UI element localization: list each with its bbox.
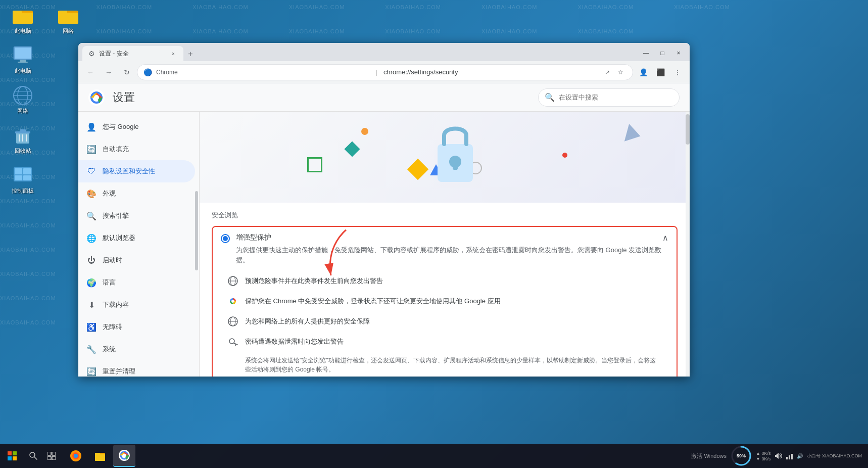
sidebar-downloads-label: 下载内容: [103, 300, 129, 309]
enhanced-protection-option[interactable]: 增强型保护 ∧ 为您提供更快速主动的保护措施，免受危险网站、下载内容或扩展程序的…: [212, 226, 678, 377]
computer-icon: [13, 45, 33, 65]
google-icon: [227, 295, 239, 307]
svg-rect-51: [52, 456, 56, 460]
taskbar-app-list: [65, 445, 135, 467]
network-icon: [13, 85, 33, 105]
taskbar-app-explorer[interactable]: [89, 445, 111, 467]
network-icon: [786, 452, 794, 460]
svg-rect-65: [791, 454, 793, 459]
taskbar-search-button[interactable]: [24, 444, 42, 468]
taskbar-app-firefox[interactable]: [65, 445, 87, 467]
feature-predict: 预测危险事件并在此类事件发生前向您发出警告: [225, 271, 668, 291]
sidebar-item-downloads[interactable]: ⬇ 下载内容: [78, 294, 195, 316]
upload-value: 0K/s: [761, 451, 770, 456]
sidebar-privacy-label: 隐私设置和安全性: [103, 167, 155, 176]
address-bar-actions: ↗ ☆: [601, 66, 626, 78]
desktop-icon-administrator[interactable]: 此电脑: [5, 5, 40, 35]
svg-rect-8: [20, 60, 26, 62]
toolbar-right-buttons: 👤 ⬛ ⋮: [635, 64, 686, 80]
browser-toolbar: ← → ↻ 🔵 Chrome | chrome://settings/secur…: [78, 61, 690, 83]
svg-rect-57: [95, 454, 105, 461]
sidebar-reset-label: 重置并清理: [103, 367, 135, 376]
svg-rect-24: [15, 175, 22, 180]
sidebar-accessibility-label: 无障碍: [103, 322, 122, 332]
start-button[interactable]: [0, 444, 24, 468]
sidebar-item-search[interactable]: 🔍 搜索引擎: [78, 205, 195, 227]
svg-line-47: [34, 457, 37, 459]
bookmark-button[interactable]: ☆: [614, 66, 626, 78]
settings-search-input[interactable]: [559, 93, 673, 101]
share-button[interactable]: ↗: [601, 66, 613, 78]
svg-rect-42: [8, 451, 12, 455]
profile-button[interactable]: 👤: [635, 64, 651, 80]
sidebar-item-language[interactable]: 🌍 语言: [78, 271, 195, 294]
decorative-orange-dot: [361, 128, 368, 135]
svg-rect-31: [453, 162, 458, 170]
close-button[interactable]: ×: [671, 47, 686, 59]
new-tab-button[interactable]: +: [183, 47, 198, 61]
desktop-icon-controlpanel[interactable]: 控制面板: [5, 165, 40, 195]
sidebar-item-privacy[interactable]: 🛡 隐私设置和安全性: [78, 160, 195, 182]
decorative-triangle2: [624, 124, 643, 145]
speaker-icon: [775, 452, 783, 460]
desktop-icon-area: 此电脑 网络: [5, 5, 86, 195]
extensions-button[interactable]: ⬛: [652, 64, 668, 80]
svg-point-28: [94, 95, 99, 100]
back-button[interactable]: ←: [82, 64, 99, 80]
window-controls: — □ ×: [639, 47, 686, 61]
task-view-button[interactable]: [42, 444, 61, 468]
feature-password-warn: 密码遭遇数据泄露时向您发出警告: [225, 332, 668, 352]
sidebar-default-browser-label: 默认浏览器: [103, 233, 135, 243]
desktop-icon-recycle[interactable]: 回收站: [5, 125, 40, 155]
expand-icon[interactable]: ∧: [662, 233, 668, 243]
sidebar-item-appearance[interactable]: 🎨 外观: [78, 182, 195, 205]
desktop-icon-newfolder[interactable]: 网络: [51, 5, 86, 35]
desktop-icon-network[interactable]: 网络: [5, 85, 40, 115]
settings-hero-image: [200, 112, 690, 203]
feature-google-protect: 保护您在 Chrome 中免受安全威胁，登录状态下还可让您更安全地使用其他 Go…: [225, 291, 668, 311]
desktop: XIAOBAIHAO.COMXIAOBAIHAO.COMXIAOBAIHAO.C…: [0, 0, 868, 468]
radio-button-enhanced[interactable]: [221, 234, 230, 243]
taskbar-app-chrome[interactable]: [113, 445, 135, 467]
reload-button[interactable]: ↻: [119, 64, 135, 80]
forward-button[interactable]: →: [101, 64, 117, 80]
desktop-icon-computer[interactable]: 此电脑: [5, 45, 40, 75]
sidebar-item-google[interactable]: 👤 您与 Google: [78, 116, 195, 138]
browser-tab-settings[interactable]: ⚙ 设置 - 安全 ×: [82, 46, 183, 61]
enhanced-protection-features: 预测危险事件并在此类事件发生前向您发出警告: [225, 271, 668, 352]
svg-rect-49: [52, 452, 56, 455]
folder-icon: [13, 5, 33, 25]
globe2-icon: [227, 315, 239, 327]
svg-rect-2: [13, 13, 33, 24]
maximize-button[interactable]: □: [655, 47, 669, 59]
chrome-label: Chrome: [156, 69, 370, 76]
tab-close-button[interactable]: ×: [169, 50, 177, 58]
sidebar-item-reset[interactable]: 🔄 重置并清理: [78, 360, 195, 377]
feature-predict-text: 预测危险事件并在此类事件发生前向您发出警告: [245, 276, 666, 286]
address-bar[interactable]: 🔵 Chrome | chrome://settings/security ↗ …: [137, 64, 633, 80]
notification-area: 🔊: [775, 452, 803, 460]
svg-rect-25: [23, 175, 31, 180]
browser-titlebar: ⚙ 设置 - 安全 × + — □ ×: [78, 43, 690, 61]
sidebar-item-startup[interactable]: ⏻ 启动时: [78, 249, 195, 271]
sidebar-startup-label: 启动时: [103, 256, 122, 265]
sidebar-item-autofill[interactable]: 🔄 自动填充: [78, 138, 195, 160]
sidebar-item-default-browser[interactable]: 🌐 默认浏览器: [78, 227, 195, 249]
menu-button[interactable]: ⋮: [669, 64, 686, 80]
decorative-yellow-diamond: [407, 159, 428, 180]
svg-rect-5: [58, 13, 78, 24]
recycle-label: 回收站: [15, 147, 31, 155]
svg-rect-45: [13, 456, 17, 460]
minimize-button[interactable]: —: [639, 47, 653, 59]
key-icon: [227, 336, 239, 348]
sidebar-item-accessibility[interactable]: ♿ 无障碍: [78, 316, 195, 338]
feature-network-safety: 为您和网络上的所有人提供更好的安全保障: [225, 311, 668, 332]
task-view-icon: [47, 452, 56, 460]
main-scrollbar-thumb[interactable]: [686, 114, 690, 145]
search-icon: 🔍: [545, 92, 555, 102]
sidebar-item-system[interactable]: 🔧 系统: [78, 338, 195, 360]
appearance-icon: 🎨: [86, 189, 97, 199]
svg-rect-22: [15, 168, 22, 174]
accessibility-icon: ♿: [86, 322, 97, 332]
settings-search-box[interactable]: 🔍: [538, 88, 680, 107]
